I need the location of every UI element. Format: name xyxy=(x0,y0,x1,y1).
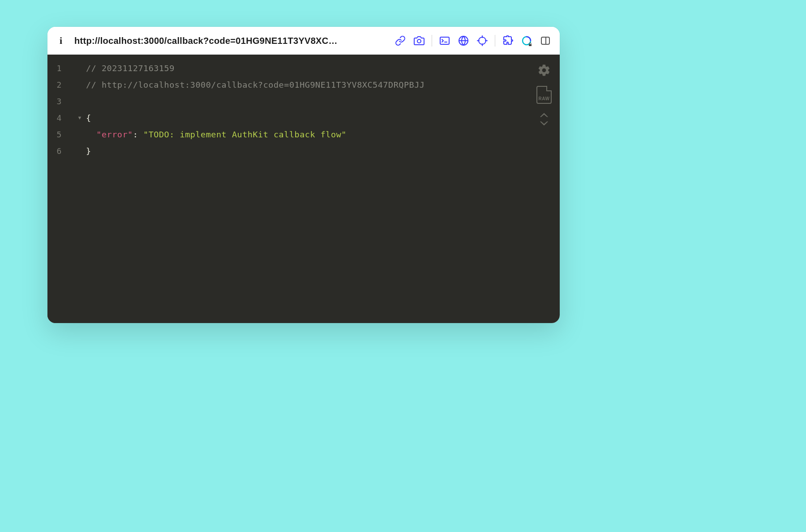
toolbar-icons xyxy=(394,34,552,47)
line-number: 4 xyxy=(47,110,73,126)
browser-toolbar: i http://localhost:3000/callback?code=01… xyxy=(47,27,560,55)
target-icon[interactable] xyxy=(476,34,489,47)
camera-icon[interactable] xyxy=(413,34,425,47)
line-number: 2 xyxy=(47,77,73,93)
svg-rect-11 xyxy=(529,44,532,47)
line-gutter: 1 2 3 4 5 6 xyxy=(47,55,73,323)
privacy-icon[interactable] xyxy=(520,34,533,47)
nav-arrows xyxy=(539,112,549,128)
code-viewer: 1 2 3 4 5 6 ▼ // 20231127163159 // http:… xyxy=(47,55,560,323)
chevron-up-icon[interactable] xyxy=(539,112,549,119)
browser-window: i http://localhost:3000/callback?code=01… xyxy=(47,27,560,323)
terminal-icon[interactable] xyxy=(438,34,451,47)
code-brace: } xyxy=(86,146,91,156)
json-key: "error" xyxy=(96,130,133,139)
toolbar-divider xyxy=(495,35,495,47)
chevron-down-icon[interactable] xyxy=(539,120,549,128)
site-info-icon[interactable]: i xyxy=(56,35,66,46)
json-value: "TODO: implement AuthKit callback flow" xyxy=(143,130,347,139)
settings-gear-icon[interactable] xyxy=(536,63,552,78)
url-bar[interactable]: http://localhost:3000/callback?code=01HG… xyxy=(71,36,390,46)
code-brace: { xyxy=(86,113,91,123)
code-comment: // http://localhost:3000/callback?code=0… xyxy=(86,80,424,89)
line-number: 6 xyxy=(47,143,73,159)
viewer-side-controls: RAW xyxy=(536,63,552,128)
svg-rect-1 xyxy=(440,37,449,44)
svg-point-0 xyxy=(417,39,421,43)
code-content[interactable]: // 20231127163159 // http://localhost:30… xyxy=(86,55,560,323)
raw-view-icon[interactable]: RAW xyxy=(536,86,552,104)
toolbar-divider xyxy=(432,35,432,47)
extensions-icon[interactable] xyxy=(502,34,514,47)
code-blank-line xyxy=(86,93,560,110)
fold-toggle-icon[interactable]: ▼ xyxy=(73,110,86,126)
line-number: 3 xyxy=(47,93,73,110)
link-icon[interactable] xyxy=(394,34,407,47)
globe-icon[interactable] xyxy=(457,34,470,47)
panel-icon[interactable] xyxy=(539,34,552,47)
json-colon: : xyxy=(133,130,143,139)
svg-point-5 xyxy=(479,37,486,44)
fold-column: ▼ xyxy=(73,55,86,323)
line-number: 5 xyxy=(47,126,73,143)
line-number: 1 xyxy=(47,60,73,77)
code-comment: // 20231127163159 xyxy=(86,64,175,73)
